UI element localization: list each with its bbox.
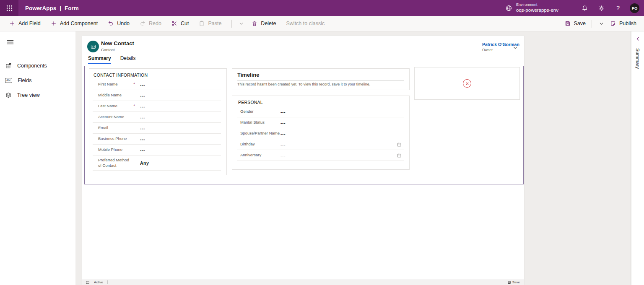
save-icon bbox=[565, 21, 571, 26]
gear-icon bbox=[598, 5, 605, 11]
add-component-button[interactable]: Add Component bbox=[51, 21, 98, 26]
chevron-down-icon bbox=[239, 21, 244, 26]
record-entity: Contact bbox=[101, 47, 115, 52]
field-value: --- bbox=[140, 126, 145, 131]
timeline-title: Timeline bbox=[237, 72, 404, 78]
collapse-sidebar-button[interactable] bbox=[5, 36, 16, 47]
field-label: First Name bbox=[98, 82, 133, 87]
status-divider bbox=[107, 280, 108, 284]
field-value: --- bbox=[140, 148, 145, 153]
switch-to-classic-button[interactable]: Switch to classic bbox=[286, 21, 325, 26]
hamburger-icon bbox=[6, 38, 14, 46]
field-row-mobile-phone[interactable]: Mobile Phone --- bbox=[93, 145, 221, 155]
field-row-marital-status[interactable]: Marital Status --- bbox=[237, 117, 404, 128]
sidebar-item-fields[interactable]: Abc Fields bbox=[0, 73, 75, 88]
cut-button[interactable]: Cut bbox=[171, 21, 189, 26]
error-control-section[interactable] bbox=[414, 67, 520, 100]
calendar-icon[interactable] bbox=[397, 153, 402, 158]
field-value: --- bbox=[280, 131, 286, 136]
field-value: --- bbox=[140, 137, 145, 142]
app-brand: PowerApps | Form bbox=[25, 5, 79, 11]
sidebar-item-components[interactable]: Components bbox=[0, 58, 75, 73]
plus-icon bbox=[9, 21, 15, 26]
contact-information-section[interactable]: CONTACT INFORMATION First Name * --- Mid… bbox=[89, 68, 227, 175]
add-field-button[interactable]: Add Field bbox=[9, 21, 41, 26]
timeline-divider bbox=[237, 80, 404, 80]
toolbar-divider bbox=[592, 20, 592, 28]
avatar-initials: PO bbox=[632, 6, 638, 10]
environment-label: Environment bbox=[516, 3, 558, 7]
paste-options-chevron[interactable] bbox=[239, 21, 244, 26]
field-row-spouse-partner-name[interactable]: Spouse/Partner Name --- bbox=[237, 128, 404, 139]
brand-divider: | bbox=[60, 5, 61, 11]
powerapps-form-designer: PowerApps | Form Environment oqs-powerap… bbox=[0, 0, 644, 285]
field-value: --- bbox=[140, 93, 145, 98]
plus-icon bbox=[51, 21, 57, 26]
field-label: Birthday bbox=[240, 142, 280, 147]
field-label: Email bbox=[98, 125, 133, 130]
field-row-anniversary[interactable]: Anniversary --- bbox=[237, 150, 404, 161]
paste-label: Paste bbox=[208, 21, 221, 26]
redo-button[interactable]: Redo bbox=[140, 21, 161, 26]
field-row-middle-name[interactable]: Middle Name --- bbox=[93, 90, 221, 101]
toolbar-divider bbox=[231, 20, 232, 28]
header-collapse-chevron[interactable] bbox=[512, 45, 518, 51]
form-status-bar: Active Save bbox=[82, 280, 524, 285]
field-value: --- bbox=[280, 109, 286, 114]
environment-icon bbox=[505, 5, 512, 12]
expand-panel-button[interactable] bbox=[635, 36, 641, 41]
app-launcher-button[interactable] bbox=[0, 0, 18, 16]
undo-button[interactable]: Undo bbox=[108, 21, 130, 26]
command-bar: Add Field Add Component Undo Redo bbox=[0, 16, 644, 31]
field-row-email[interactable]: Email --- bbox=[93, 123, 221, 134]
sidebar-item-label: Tree view bbox=[17, 92, 40, 98]
required-marker: * bbox=[133, 82, 140, 87]
undo-icon bbox=[108, 21, 114, 26]
delete-button[interactable]: Delete bbox=[252, 21, 276, 26]
field-row-preferred-method[interactable]: Preferred Method of Contact Any bbox=[93, 155, 221, 171]
required-marker: * bbox=[133, 104, 140, 109]
settings-button[interactable] bbox=[593, 0, 610, 16]
delete-label: Delete bbox=[261, 21, 276, 26]
add-component-label: Add Component bbox=[60, 21, 98, 26]
record-avatar bbox=[87, 41, 99, 52]
tab-summary[interactable]: Summary bbox=[88, 55, 111, 64]
waffle-icon bbox=[6, 5, 13, 12]
left-sidebar: Components Abc Fields Tree view bbox=[0, 31, 75, 285]
field-label: Preferred Method of Contact bbox=[98, 158, 133, 168]
paste-button[interactable]: Paste bbox=[199, 21, 221, 26]
field-row-account-name[interactable]: Account Name --- bbox=[93, 112, 221, 123]
calendar-icon[interactable] bbox=[397, 142, 402, 147]
field-row-birthday[interactable]: Birthday --- bbox=[237, 139, 404, 150]
field-row-first-name[interactable]: First Name * --- bbox=[93, 79, 221, 90]
personal-section[interactable]: PERSONAL Gender --- Marital Status --- S… bbox=[232, 96, 410, 170]
tab-details[interactable]: Details bbox=[120, 55, 136, 64]
field-label: Middle Name bbox=[98, 93, 133, 98]
publish-button[interactable]: Publish bbox=[610, 21, 636, 26]
field-value: --- bbox=[140, 82, 145, 87]
save-button[interactable]: Save bbox=[565, 21, 586, 26]
save-label: Save bbox=[574, 21, 586, 26]
field-row-gender[interactable]: Gender --- bbox=[237, 106, 404, 117]
field-value: --- bbox=[280, 120, 286, 125]
field-label: Mobile Phone bbox=[98, 147, 133, 152]
status-save-label: Save bbox=[512, 280, 520, 284]
help-button[interactable]: ? bbox=[610, 0, 626, 16]
account-avatar[interactable]: PO bbox=[630, 3, 639, 13]
section-title: PERSONAL bbox=[237, 98, 404, 106]
sidebar-item-tree-view[interactable]: Tree view bbox=[0, 88, 75, 103]
field-row-last-name[interactable]: Last Name * --- bbox=[93, 101, 221, 112]
save-options-chevron[interactable] bbox=[599, 21, 604, 26]
form-preview: New Contact Contact Patrick O'Gorman Own… bbox=[82, 36, 524, 285]
environment-picker[interactable]: Environment oqs-powerapps-env bbox=[505, 3, 558, 13]
form-tabs: Summary Details bbox=[88, 55, 135, 64]
redo-icon bbox=[140, 21, 145, 26]
status-save[interactable]: Save bbox=[507, 280, 520, 284]
field-row-business-phone[interactable]: Business Phone --- bbox=[93, 134, 221, 145]
timeline-section[interactable]: Timeline This record hasn't been created… bbox=[232, 68, 410, 90]
environment-name: oqs-powerapps-env bbox=[516, 7, 558, 13]
notifications-button[interactable] bbox=[576, 0, 593, 16]
bell-icon bbox=[582, 5, 588, 11]
command-bar-right: Save Publish bbox=[565, 20, 639, 28]
undo-label: Undo bbox=[117, 21, 130, 26]
